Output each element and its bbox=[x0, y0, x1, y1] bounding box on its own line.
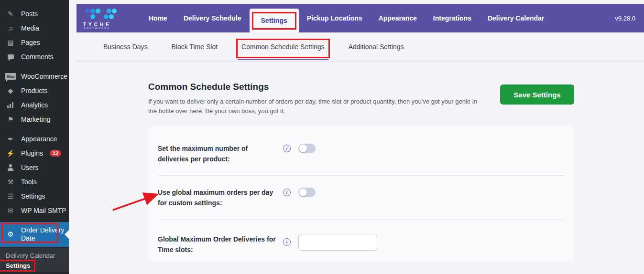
setting-row-max-deliveries-per-product: Set the maximum number of deliveries per… bbox=[148, 126, 574, 175]
plugin-icon: ⚡ bbox=[5, 149, 16, 157]
sidebar-item-label: WooCommerce bbox=[21, 73, 67, 80]
setting-row-global-max-orders: Use global maximum orders per day for cu… bbox=[158, 175, 564, 219]
pages-icon: ▤ bbox=[5, 39, 16, 46]
plugin-top-nav: TYCHE SOFTWARES Home Delivery Schedule S… bbox=[76, 4, 644, 32]
tools-icon: ⚒ bbox=[5, 178, 16, 186]
sidebar-item-order-delivery-date[interactable]: ⚙ Order Delivery Date bbox=[0, 222, 69, 247]
settings-card: Set the maximum number of deliveries per… bbox=[148, 126, 574, 262]
sidebar-item-appearance[interactable]: ✒ Appearance bbox=[0, 132, 69, 146]
sidebar-item-label: Users bbox=[21, 164, 39, 171]
global-max-orders-toggle[interactable] bbox=[298, 188, 316, 197]
global-max-time-slots-input[interactable] bbox=[298, 234, 377, 251]
sidebar-item-analytics[interactable]: Analytics bbox=[0, 98, 69, 112]
sidebar-item-plugins[interactable]: ⚡ Plugins 12 bbox=[0, 146, 69, 160]
tyche-logo: TYCHE SOFTWARES bbox=[82, 7, 122, 30]
nav-item-settings[interactable]: Settings bbox=[250, 9, 299, 32]
sidebar-item-posts[interactable]: ✎ Posts bbox=[0, 7, 69, 21]
products-icon: ◆ bbox=[5, 87, 16, 95]
sidebar-item-label: Products bbox=[21, 87, 47, 95]
tab-business-days[interactable]: Business Days bbox=[96, 32, 155, 61]
comments-icon bbox=[5, 54, 16, 59]
sidebar-item-label: Comments bbox=[21, 53, 54, 61]
sidebar-item-label: Pages bbox=[21, 39, 40, 46]
sidebar-item-products[interactable]: ◆ Products bbox=[0, 84, 69, 98]
woocommerce-icon: Woo bbox=[5, 73, 16, 80]
gear-icon: ⚙ bbox=[5, 230, 16, 239]
setting-label: Use global maximum orders per day for cu… bbox=[158, 187, 276, 209]
sidebar-item-label: WP Mail SMTP bbox=[21, 207, 66, 214]
sidebar-item-media[interactable]: ♫ Media bbox=[0, 21, 69, 35]
sidebar-item-comments[interactable]: Comments bbox=[0, 50, 69, 64]
max-deliveries-per-product-toggle[interactable] bbox=[298, 144, 316, 153]
settings-icon: ☰ bbox=[5, 192, 16, 200]
appearance-icon: ✒ bbox=[5, 135, 16, 143]
users-icon bbox=[5, 164, 16, 171]
setting-label: Set the maximum number of deliveries per… bbox=[158, 143, 276, 165]
submenu-item-delivery-calendar[interactable]: Delivery Calendar bbox=[0, 251, 69, 261]
info-icon[interactable]: i bbox=[283, 238, 291, 246]
nav-item-appearance[interactable]: Appearance bbox=[371, 14, 425, 22]
plugin-version: v9.28.0 bbox=[615, 15, 635, 22]
nav-item-delivery-calendar[interactable]: Delivery Calendar bbox=[480, 14, 552, 22]
brand-name: TYCHE bbox=[83, 22, 111, 27]
info-icon[interactable]: i bbox=[283, 145, 291, 152]
brand-subname: SOFTWARES bbox=[84, 27, 110, 30]
sidebar-item-label: Analytics bbox=[21, 101, 48, 109]
sidebar-item-settings[interactable]: ☰ Settings bbox=[0, 189, 69, 203]
sidebar-item-label: Tools bbox=[21, 178, 37, 186]
sidebar-item-label: Marketing bbox=[21, 116, 50, 123]
nav-item-delivery-schedule[interactable]: Delivery Schedule bbox=[175, 14, 250, 22]
wp-admin-sidebar: ✎ Posts ♫ Media ▤ Pages Comments Woo Woo… bbox=[0, 0, 69, 274]
sidebar-item-woocommerce[interactable]: Woo WooCommerce bbox=[0, 69, 69, 84]
content-area: TYCHE SOFTWARES Home Delivery Schedule S… bbox=[69, 0, 644, 274]
submenu-item-settings[interactable]: Settings bbox=[0, 261, 30, 271]
sidebar-item-marketing[interactable]: ⚑ Marketing bbox=[0, 112, 69, 126]
setting-row-global-max-time-slots: Global Maximum Order Deliveries for Time… bbox=[158, 219, 564, 266]
sidebar-item-users[interactable]: Users bbox=[0, 160, 69, 175]
sidebar-item-label: Posts bbox=[21, 10, 38, 18]
nav-item-pickup-locations[interactable]: Pickup Locations bbox=[299, 14, 371, 22]
sidebar-item-pages[interactable]: ▤ Pages bbox=[0, 35, 69, 50]
tabs-divider bbox=[76, 61, 644, 62]
active-menu-notch bbox=[65, 230, 69, 239]
sidebar-item-label: Plugins bbox=[21, 149, 43, 157]
settings-tab-bar: Business Days Block Time Slot Common Sch… bbox=[76, 32, 644, 61]
sidebar-item-label: Appearance bbox=[21, 135, 57, 143]
sidebar-item-label: Settings bbox=[21, 192, 45, 200]
tab-additional-settings[interactable]: Additional Settings bbox=[341, 32, 412, 61]
sidebar-item-tools[interactable]: ⚒ Tools bbox=[0, 175, 69, 189]
nav-item-integrations[interactable]: Integrations bbox=[425, 14, 480, 22]
sidebar-item-wp-mail-smtp[interactable]: ✉ WP Mail SMTP bbox=[0, 203, 69, 218]
pin-icon: ✎ bbox=[5, 10, 16, 18]
page-description: If you want to deliver only a certain nu… bbox=[148, 97, 479, 116]
media-icon: ♫ bbox=[5, 24, 16, 32]
tab-common-schedule-settings[interactable]: Common Schedule Settings bbox=[234, 32, 332, 61]
marketing-icon: ⚑ bbox=[5, 116, 16, 123]
page-title: Common Schedule Settings bbox=[148, 82, 269, 92]
order-delivery-date-submenu: Delivery Calendar Settings bbox=[0, 247, 69, 272]
mail-icon: ✉ bbox=[5, 207, 16, 214]
analytics-icon bbox=[5, 102, 16, 108]
sidebar-item-label: Media bbox=[21, 24, 39, 32]
info-icon[interactable]: i bbox=[283, 189, 291, 196]
nav-item-home[interactable]: Home bbox=[141, 14, 175, 22]
tab-block-time-slot[interactable]: Block Time Slot bbox=[164, 32, 225, 61]
sidebar-item-label: Order Delivery Date bbox=[21, 226, 65, 243]
plugins-update-badge: 12 bbox=[50, 150, 61, 157]
setting-label: Global Maximum Order Deliveries for Time… bbox=[158, 234, 276, 255]
save-settings-button[interactable]: Save Settings bbox=[500, 84, 574, 105]
